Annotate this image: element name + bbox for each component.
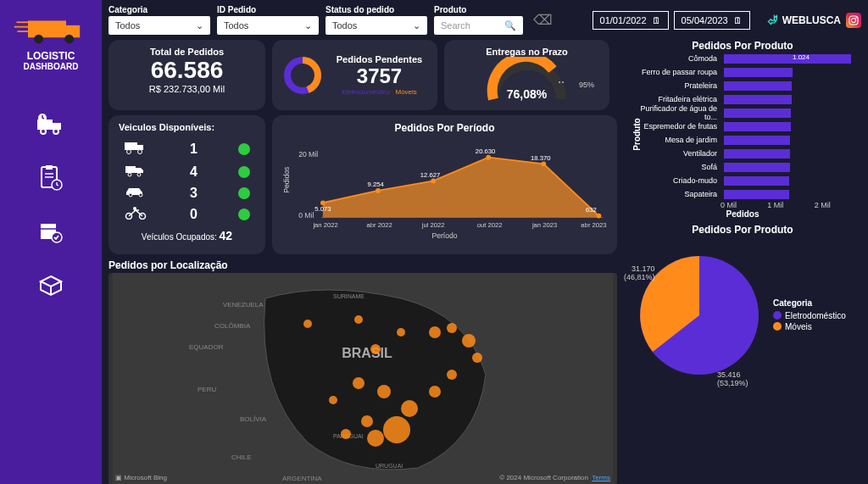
map-visual[interactable]: BRASIL VENEZUELA COLÔMBIA SURINAME EQUAD… [108, 273, 617, 484]
svg-point-77 [397, 328, 405, 337]
filter-categoria-select[interactable]: Todos⌄ [108, 16, 210, 35]
map-terms-link[interactable]: Terms [592, 474, 610, 481]
chevron-down-icon: ⌄ [196, 20, 203, 31]
map-svg: BRASIL VENEZUELA COLÔMBIA SURINAME EQUAD… [108, 273, 617, 484]
date-end[interactable]: 05/04/2023🗓 [674, 11, 750, 30]
svg-text:632: 632 [586, 206, 597, 214]
nav-clipboard-icon[interactable] [34, 161, 68, 195]
svg-point-80 [377, 385, 391, 398]
status-dot [238, 209, 250, 220]
bar-fill [724, 176, 789, 186]
filter-produto-label: Produto [434, 5, 523, 14]
svg-text:0 Mil: 0 Mil [298, 211, 314, 220]
svg-text:BRASIL: BRASIL [342, 346, 392, 360]
svg-text:EQUADOR: EQUADOR [189, 343, 224, 351]
kpi-total-value: 66.586 [119, 57, 255, 84]
search-icon: 🔍 [504, 20, 516, 31]
svg-point-84 [361, 415, 373, 427]
brand-cursor-icon: ⮰ [767, 14, 777, 26]
bar-row: Mesa de jardim1.062 [627, 133, 861, 147]
bar-label: Fritadeira elétrica [627, 95, 721, 103]
bar-title: Pedidos Por Produto [624, 40, 861, 52]
svg-text:5.073: 5.073 [314, 205, 331, 213]
svg-rect-27 [125, 142, 137, 150]
mid-row: Veiculos Disponíveis: 1430 Veículos Ocup… [108, 115, 617, 254]
bar-fill [724, 95, 792, 104]
svg-point-10 [53, 129, 58, 134]
svg-point-81 [401, 400, 418, 417]
svg-point-79 [353, 377, 364, 389]
svg-point-74 [447, 323, 457, 333]
svg-rect-31 [125, 166, 136, 173]
kpi-prazo: Entregas no Prazo 76,08% 95% [444, 40, 609, 110]
bar-chart: Pedidos Por Produto Produto Cômoda1.0242… [624, 40, 861, 219]
svg-point-78 [370, 344, 381, 354]
filter-status: Status do pedido Todos⌄ [326, 5, 427, 35]
bar-row: Sofá1.053 [627, 160, 861, 174]
status-dot [238, 187, 250, 199]
sidebar: LOGISTIC DASHBOARD [0, 0, 102, 484]
filter-idpedido-select[interactable]: Todos⌄ [217, 16, 319, 35]
svg-text:BOLÍVIA: BOLÍVIA [240, 415, 267, 423]
car-icon [124, 186, 149, 201]
status-dot [238, 143, 250, 155]
svg-text:12.627: 12.627 [420, 171, 440, 179]
bar-fill [724, 149, 790, 159]
kpi-pend-value: 3757 [331, 64, 427, 88]
bar-fill [724, 136, 790, 145]
search-input[interactable]: Search🔍 [434, 16, 523, 35]
status-dot [238, 166, 250, 178]
svg-point-9 [41, 129, 46, 134]
svg-text:SURINAME: SURINAME [333, 293, 364, 299]
svg-point-35 [139, 193, 142, 197]
nav-box-open-icon[interactable] [34, 270, 68, 303]
nav-delivery-icon[interactable] [34, 107, 68, 141]
svg-point-83 [367, 430, 384, 447]
calendar-icon: 🗓 [652, 15, 661, 25]
svg-text:jan 2023: jan 2023 [531, 221, 557, 229]
svg-point-38 [133, 207, 136, 210]
nav-package-check-icon[interactable] [34, 215, 68, 249]
period-ylabel: Pedidos [282, 167, 291, 193]
vehicle-count: 0 [186, 207, 203, 222]
svg-point-45 [486, 155, 491, 160]
clear-filters-icon[interactable]: ⌫ [533, 12, 553, 28]
vehicles-title: Veiculos Disponíveis: [119, 122, 255, 132]
vehicle-row: 0 [119, 203, 255, 225]
pie-title: Pedidos Por Produto [624, 224, 861, 236]
date-start[interactable]: 01/01/2022🗓 [593, 11, 669, 30]
legend-label-2: Móveis [785, 322, 812, 331]
filter-status-label: Status do pedido [326, 5, 427, 14]
logo: LOGISTIC DASHBOARD [13, 7, 89, 71]
svg-point-22 [852, 18, 856, 22]
svg-text:jul 2022: jul 2022 [421, 221, 445, 229]
bar-highlight: 1.024 [793, 53, 810, 61]
pie-chart: Pedidos Por Produto 31.170 (46,81%) 35.4… [624, 224, 861, 392]
vehicles-footer-label: Veículos Ocupados: [142, 232, 217, 242]
vehicle-row: 4 [119, 161, 255, 183]
right-column: Pedidos Por Produto Produto Cômoda1.0242… [624, 40, 861, 484]
logo-text-1: LOGISTIC [13, 51, 89, 62]
svg-point-34 [129, 193, 132, 197]
svg-point-32 [128, 173, 131, 176]
bar-row: Ventilador1.058 [627, 147, 861, 160]
kpi-pend-title: Pedidos Pendentes [331, 54, 427, 64]
map-bing: ▣ Microsoft Bing [115, 474, 167, 481]
bar-row: Ferro de passar roupa1.094 [627, 65, 861, 79]
filter-categoria: Categoria Todos⌄ [108, 5, 210, 35]
kpi-pendentes: Pedidos Pendentes 3757 EletrodomésticoMó… [272, 40, 437, 110]
bar-row: Sapateira1.052 [627, 187, 861, 201]
bar-row: Criado-mudo1.052 [627, 174, 861, 187]
svg-point-33 [137, 173, 141, 176]
bar-fill [724, 108, 791, 118]
logo-text-2: DASHBOARD [13, 62, 89, 71]
pie-label1-pct: (46,81%) [624, 273, 655, 281]
pie-label2-pct: (53,19%) [717, 379, 748, 387]
svg-text:URUGUAI: URUGUAI [376, 463, 403, 469]
svg-text:abr 2022: abr 2022 [367, 221, 392, 229]
bar-ylabel: Produto [632, 118, 642, 150]
filter-status-select[interactable]: Todos⌄ [326, 16, 427, 35]
bar-fill [724, 163, 790, 172]
instagram-icon[interactable] [846, 13, 861, 28]
bar-fill [724, 68, 793, 77]
